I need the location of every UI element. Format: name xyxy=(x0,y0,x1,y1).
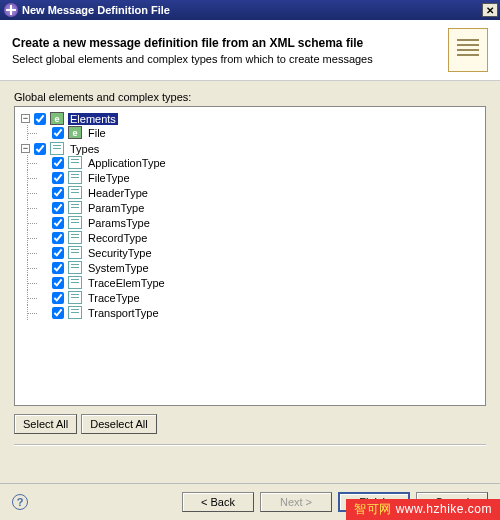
tree-item-checkbox[interactable] xyxy=(52,262,64,274)
tree-item-checkbox[interactable] xyxy=(52,232,64,244)
tree-item-label[interactable]: SecurityType xyxy=(86,247,154,259)
tree-item-label[interactable]: TraceElemType xyxy=(86,277,167,289)
type-icon xyxy=(68,231,82,244)
types-checkbox[interactable] xyxy=(34,143,46,155)
tree-item-label[interactable]: TransportType xyxy=(86,307,161,319)
tree-node-elements[interactable]: Elements xyxy=(68,113,118,125)
tree-item-checkbox[interactable] xyxy=(52,292,64,304)
tree-item-label[interactable]: SystemType xyxy=(86,262,151,274)
type-group-icon xyxy=(50,142,64,155)
tree-item-label[interactable]: HeaderType xyxy=(86,187,150,199)
type-icon xyxy=(68,186,82,199)
tree-item-checkbox[interactable] xyxy=(52,187,64,199)
wizard-header: Create a new message definition file fro… xyxy=(0,20,500,81)
page-subtitle: Select global elements and complex types… xyxy=(12,53,438,65)
tree-item-checkbox[interactable] xyxy=(52,307,64,319)
type-icon xyxy=(68,201,82,214)
select-all-button[interactable]: Select All xyxy=(14,414,77,434)
type-icon xyxy=(68,246,82,259)
collapse-toggle[interactable]: − xyxy=(21,144,30,153)
type-icon xyxy=(68,276,82,289)
document-icon xyxy=(448,28,488,72)
tree-item-checkbox[interactable] xyxy=(52,217,64,229)
deselect-all-button[interactable]: Deselect All xyxy=(81,414,156,434)
page-title: Create a new message definition file fro… xyxy=(12,36,438,50)
help-icon[interactable]: ? xyxy=(12,494,28,510)
tree-item-label[interactable]: ApplicationType xyxy=(86,157,168,169)
separator xyxy=(14,444,486,446)
watermark: 智可网www.hzhike.com xyxy=(346,499,500,520)
titlebar: New Message Definition File ✕ xyxy=(0,0,500,20)
tree-node-types[interactable]: Types xyxy=(68,143,101,155)
next-button: Next > xyxy=(260,492,332,512)
element-icon: e xyxy=(68,126,82,139)
tree-item-label[interactable]: FileType xyxy=(86,172,132,184)
tree-item-label[interactable]: RecordType xyxy=(86,232,149,244)
close-button[interactable]: ✕ xyxy=(482,3,498,17)
window-title: New Message Definition File xyxy=(22,4,170,16)
tree-section-label: Global elements and complex types: xyxy=(14,91,486,103)
back-button[interactable]: < Back xyxy=(182,492,254,512)
type-icon xyxy=(68,156,82,169)
tree-item-label[interactable]: File xyxy=(86,127,108,139)
type-icon xyxy=(68,171,82,184)
tree-item-checkbox[interactable] xyxy=(52,157,64,169)
type-icon xyxy=(68,261,82,274)
type-icon xyxy=(68,291,82,304)
type-icon xyxy=(68,216,82,229)
tree-item-label[interactable]: ParamType xyxy=(86,202,146,214)
collapse-toggle[interactable]: − xyxy=(21,114,30,123)
tree-view[interactable]: − e Elements eFile − Types ApplicationTy… xyxy=(14,106,486,406)
app-icon xyxy=(4,3,18,17)
tree-item-checkbox[interactable] xyxy=(52,277,64,289)
element-group-icon: e xyxy=(50,112,64,125)
elements-checkbox[interactable] xyxy=(34,113,46,125)
tree-item-checkbox[interactable] xyxy=(52,247,64,259)
tree-item-checkbox[interactable] xyxy=(52,172,64,184)
tree-item-checkbox[interactable] xyxy=(52,127,64,139)
type-icon xyxy=(68,306,82,319)
tree-item-checkbox[interactable] xyxy=(52,202,64,214)
tree-item-label[interactable]: TraceType xyxy=(86,292,142,304)
tree-item-label[interactable]: ParamsType xyxy=(86,217,152,229)
